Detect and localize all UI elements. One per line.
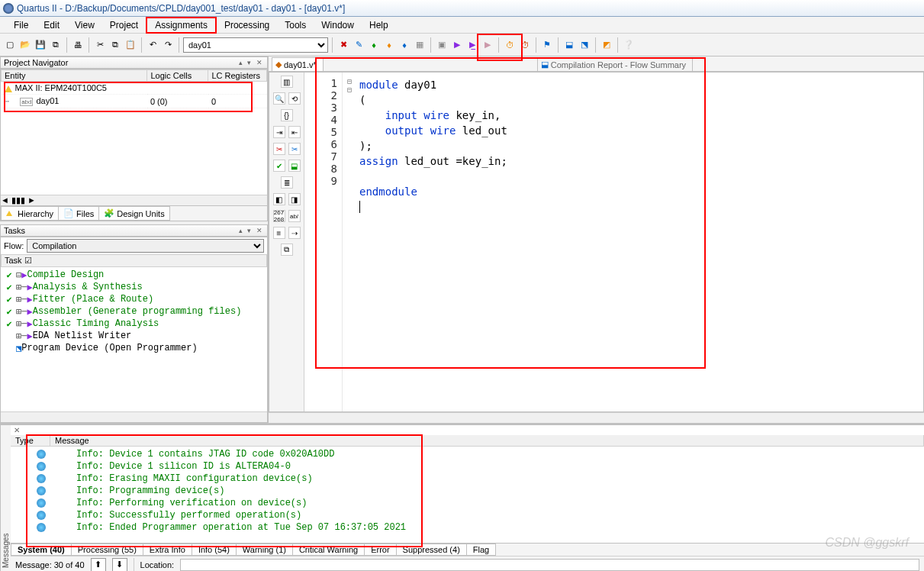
tb-stop-icon[interactable]: ▣ bbox=[435, 38, 449, 52]
timer2-icon[interactable]: ⏱ bbox=[518, 38, 532, 52]
col-message[interactable]: Message bbox=[50, 435, 924, 446]
tab-source-file[interactable]: ◆ day01.v* bbox=[272, 57, 324, 71]
task-program[interactable]: ⬔ Program Device (Open Programmer) bbox=[2, 342, 266, 354]
etb-b1-icon[interactable]: ✔ bbox=[273, 160, 285, 172]
tool2-icon[interactable]: ⬔ bbox=[578, 38, 591, 52]
tb-x-icon[interactable]: ✖ bbox=[336, 38, 350, 52]
task-timing[interactable]: ✔ ⊞─▶ Classic Timing Analysis bbox=[2, 318, 266, 330]
menu-help[interactable]: Help bbox=[362, 18, 396, 32]
help-icon[interactable]: ❔ bbox=[622, 38, 636, 52]
menu-project[interactable]: Project bbox=[102, 18, 146, 32]
etb-brace-icon[interactable]: {} bbox=[281, 109, 293, 121]
etb-c1-icon[interactable]: ≡ bbox=[273, 227, 285, 239]
tb-chip-icon[interactable]: ▦ bbox=[413, 38, 427, 52]
editor-hscroll[interactable] bbox=[269, 412, 924, 423]
etb-b2-icon[interactable]: ⬓ bbox=[288, 160, 301, 172]
message-row: Info: Ended Programmer operation at Tue … bbox=[15, 521, 919, 534]
etb-num-icon[interactable]: 267268 bbox=[273, 210, 285, 222]
msgtab-critical[interactable]: Critical Warning bbox=[292, 544, 365, 556]
msgtab-extra[interactable]: Extra Info bbox=[143, 544, 192, 556]
table-row[interactable]: MAX II: EPM240T100C5 bbox=[2, 82, 267, 95]
entity-table: Entity Logic Cells LC Registers MAX II: … bbox=[1, 69, 267, 108]
msgtab-processing[interactable]: Processing (55) bbox=[71, 544, 143, 556]
info-icon bbox=[37, 523, 46, 532]
menu-tools[interactable]: Tools bbox=[277, 18, 314, 32]
tool1-icon[interactable]: ⬓ bbox=[562, 38, 576, 52]
messages-list[interactable]: Info: Device 1 contains JTAG ID code 0x0… bbox=[11, 447, 924, 543]
project-select[interactable]: day01 bbox=[183, 37, 328, 53]
editor-toolbar: ▥ 🔍⟲ {} ⇥⇤ ✂✂ ✔⬓ ≣ ◧◨ 267268ab/ ≡⇢ ⧉ bbox=[269, 73, 304, 411]
menu-window[interactable]: Window bbox=[314, 18, 362, 32]
etb-a2-icon[interactable]: ✂ bbox=[288, 143, 301, 155]
timer-icon[interactable]: ⏱ bbox=[503, 38, 517, 52]
msgtab-system[interactable]: System (40) bbox=[11, 544, 72, 556]
flow-select[interactable]: Compilation bbox=[27, 239, 264, 253]
new-file-icon[interactable]: ▢ bbox=[3, 38, 17, 52]
task-compile-design[interactable]: ✔⊟ ▶ Compile Design bbox=[2, 269, 266, 281]
code-area[interactable]: module day01 ( input wire key_in, output… bbox=[356, 73, 923, 411]
menu-assignments[interactable]: Assignments bbox=[146, 17, 217, 34]
msgtab-error[interactable]: Error bbox=[364, 544, 396, 556]
etb-2-icon[interactable]: ⟲ bbox=[288, 92, 301, 105]
col-entity[interactable]: Entity bbox=[2, 70, 147, 82]
etb-find-icon[interactable]: 🔍 bbox=[273, 92, 285, 105]
copy-icon[interactable]: ⧉ bbox=[108, 38, 122, 52]
menu-file[interactable]: File bbox=[6, 18, 36, 32]
etb-bk2-icon[interactable]: ◨ bbox=[288, 193, 301, 205]
etb-1-icon[interactable]: ▥ bbox=[281, 76, 293, 88]
task-fitter[interactable]: ✔ ⊞─▶ Fitter (Place & Route) bbox=[2, 293, 266, 305]
tb-check-blue-icon[interactable]: ♦ bbox=[398, 38, 411, 52]
etb-indent-icon[interactable]: ⇥ bbox=[273, 126, 285, 138]
tb-pencil-icon[interactable]: ✎ bbox=[352, 38, 365, 52]
fold-column[interactable]: ⊟⊟ bbox=[343, 73, 356, 411]
tab-compilation-report[interactable]: ⬓ Compilation Report - Flow Summary bbox=[537, 57, 693, 71]
prev-message-button[interactable]: ⬆ bbox=[91, 558, 106, 572]
cut-icon[interactable]: ✂ bbox=[93, 38, 107, 52]
next-message-button[interactable]: ⬇ bbox=[112, 558, 127, 572]
start-compile-icon[interactable]: ▶ bbox=[450, 38, 464, 52]
tab-hierarchy[interactable]: Hierarchy bbox=[1, 206, 59, 221]
tab-design-units[interactable]: 🧩 Design Units bbox=[98, 206, 169, 221]
msgtab-info[interactable]: Info (54) bbox=[192, 544, 237, 556]
table-row[interactable]: ⋯abdday01 0 (0)0 bbox=[2, 95, 267, 108]
tool3-icon[interactable]: ◩ bbox=[600, 38, 613, 52]
tasks-hscroll[interactable] bbox=[1, 411, 267, 422]
flag-icon[interactable]: ⚑ bbox=[540, 38, 554, 52]
menu-view[interactable]: View bbox=[67, 18, 102, 32]
info-icon bbox=[37, 450, 46, 459]
etb-list-icon[interactable]: ≣ bbox=[281, 176, 293, 189]
task-assembler[interactable]: ✔ ⊞─▶ Assembler (Generate programming fi… bbox=[2, 305, 266, 318]
col-type[interactable]: Type bbox=[11, 435, 50, 446]
msgtab-flag[interactable]: Flag bbox=[466, 544, 496, 556]
redo-icon[interactable]: ↷ bbox=[161, 38, 175, 52]
tb-check-orange-icon[interactable]: ♦ bbox=[382, 38, 396, 52]
msgtab-warning[interactable]: Warning (1) bbox=[236, 544, 293, 556]
tb-check-green-icon[interactable]: ♦ bbox=[367, 38, 381, 52]
save-all-icon[interactable]: ⧉ bbox=[49, 38, 63, 52]
info-icon bbox=[37, 498, 46, 508]
etb-outdent-icon[interactable]: ⇤ bbox=[288, 126, 301, 138]
col-lc-registers[interactable]: LC Registers bbox=[208, 70, 267, 82]
start-analysis-icon[interactable]: ▶̲ bbox=[465, 38, 479, 52]
print-icon[interactable]: 🖶 bbox=[71, 38, 85, 52]
etb-bk1-icon[interactable]: ◧ bbox=[273, 193, 285, 205]
menu-edit[interactable]: Edit bbox=[36, 18, 67, 32]
location-input[interactable] bbox=[180, 559, 919, 571]
etb-a1-icon[interactable]: ✂ bbox=[273, 143, 285, 155]
undo-icon[interactable]: ↶ bbox=[146, 38, 159, 52]
tb-play3-icon[interactable]: ▶ bbox=[481, 38, 494, 52]
etb-ab-icon[interactable]: ab/ bbox=[288, 210, 301, 222]
tab-files[interactable]: 📄 Files bbox=[58, 206, 99, 221]
etb-d1-icon[interactable]: ⧉ bbox=[281, 244, 293, 256]
col-logic-cells[interactable]: Logic Cells bbox=[147, 70, 208, 82]
save-icon[interactable]: 💾 bbox=[34, 38, 47, 52]
task-eda[interactable]: ⊞─▶ EDA Netlist Writer bbox=[2, 330, 266, 342]
info-icon bbox=[37, 474, 46, 483]
open-icon[interactable]: 📂 bbox=[18, 38, 32, 52]
menu-processing[interactable]: Processing bbox=[217, 18, 277, 32]
msgtab-suppressed[interactable]: Suppressed (4) bbox=[396, 544, 467, 556]
etb-c2-icon[interactable]: ⇢ bbox=[288, 227, 301, 239]
task-analysis[interactable]: ✔ ⊞─▶ Analysis & Synthesis bbox=[2, 281, 266, 293]
paste-icon[interactable]: 📋 bbox=[124, 38, 137, 52]
nav-hscroll[interactable]: ◄ ▮▮▮ ► bbox=[1, 195, 267, 205]
